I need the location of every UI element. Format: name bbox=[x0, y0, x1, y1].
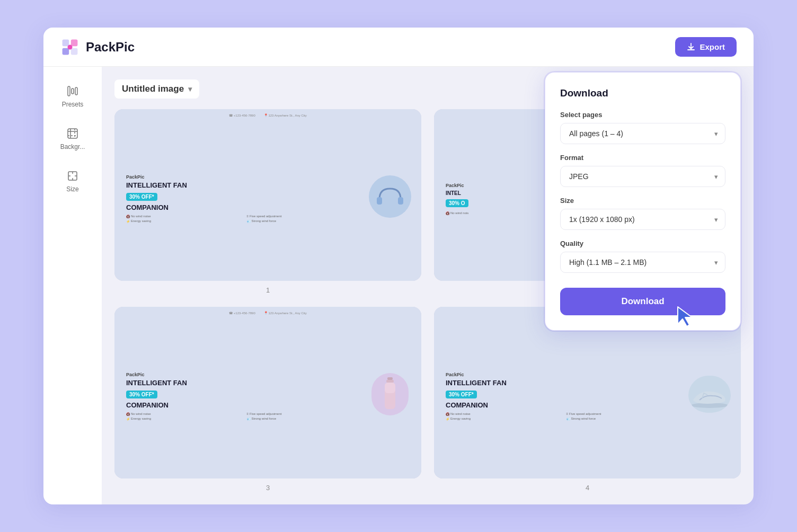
sidebar: Presets Backgr... bbox=[43, 67, 102, 504]
quality-label: Quality bbox=[560, 240, 725, 247]
svg-rect-1 bbox=[71, 39, 78, 46]
download-button[interactable]: Download bbox=[560, 288, 725, 315]
svg-rect-7 bbox=[75, 87, 77, 95]
canvas-area: Untitled image ▾ ☎ +123-456-7890 📍 123 A… bbox=[102, 67, 754, 504]
svg-rect-8 bbox=[68, 129, 77, 138]
size-wrapper[interactable]: 1x (1920 x 1080 px) 2x (3840 x 2160 px) … bbox=[560, 209, 725, 230]
size-label: Size bbox=[560, 197, 725, 205]
format-wrapper[interactable]: JPEG PNG PDF SVG ▾ bbox=[560, 166, 725, 187]
app-window: PackPic Export Presets bbox=[43, 28, 754, 504]
logo-icon bbox=[60, 38, 79, 57]
product-image-1 bbox=[366, 175, 414, 218]
svg-marker-25 bbox=[678, 307, 692, 326]
sidebar-item-label: Presets bbox=[62, 101, 84, 108]
product-image-3 bbox=[366, 373, 414, 415]
canvas-page-3[interactable]: ☎ +123-456-7890 📍 123 Anywhere St., Any … bbox=[114, 307, 421, 478]
title-chevron-icon: ▾ bbox=[188, 85, 192, 93]
svg-rect-6 bbox=[72, 88, 74, 94]
select-pages-dropdown[interactable]: All pages (1 – 4) Current page Custom ra… bbox=[560, 123, 725, 144]
page-number-4: 4 bbox=[586, 484, 589, 492]
ad-brand: PackPic bbox=[126, 174, 366, 180]
quality-group: Quality High (1.1 MB – 2.1 MB) Medium (0… bbox=[560, 240, 725, 273]
logo-area: PackPic bbox=[60, 38, 135, 57]
ad-meta-3: ☎ +123-456-7890 📍 123 Anywhere St., Any … bbox=[114, 311, 421, 315]
ad-badge: 30% OFF* bbox=[126, 193, 157, 201]
export-icon bbox=[687, 43, 695, 51]
ad-badge: 30% O bbox=[446, 199, 468, 207]
select-pages-wrapper[interactable]: All pages (1 – 4) Current page Custom ra… bbox=[560, 123, 725, 144]
sidebar-item-size[interactable]: Size bbox=[50, 162, 95, 200]
svg-rect-5 bbox=[68, 86, 70, 96]
download-btn-container: Download bbox=[560, 282, 725, 315]
app-name: PackPic bbox=[86, 40, 135, 55]
ad-badge: 30% OFF* bbox=[126, 391, 157, 398]
ad-brand: PackPic bbox=[446, 372, 686, 377]
ad-features: 🔇No wind noise ≡Five speed adjustment ⚡E… bbox=[126, 215, 366, 223]
ad-brand: PackPic bbox=[126, 372, 366, 377]
canvas-cell-4: ☎ +123-456-7890 📍 123 Anywhere St., Any … bbox=[434, 307, 741, 492]
ad-headline: INTELLIGENT FAN bbox=[126, 379, 366, 387]
canvas-page-1[interactable]: ☎ +123-456-7890 📍 123 Anywhere St., Any … bbox=[114, 109, 421, 281]
background-icon bbox=[66, 127, 79, 140]
header: PackPic Export bbox=[43, 28, 754, 67]
sidebar-item-background[interactable]: Backgr... bbox=[50, 120, 95, 158]
format-group: Format JPEG PNG PDF SVG ▾ bbox=[560, 154, 725, 187]
page-number-3: 3 bbox=[266, 484, 270, 492]
ad-meta-1: ☎ +123-456-7890 📍 123 Anywhere St., Any … bbox=[114, 113, 421, 117]
select-pages-group: Select pages All pages (1 – 4) Current p… bbox=[560, 111, 725, 144]
presets-icon bbox=[66, 85, 79, 97]
format-label: Format bbox=[560, 154, 725, 162]
svg-rect-18 bbox=[377, 197, 382, 205]
format-dropdown[interactable]: JPEG PNG PDF SVG bbox=[560, 166, 725, 187]
svg-point-4 bbox=[68, 45, 73, 49]
ad-headline: INTELLIGENT FAN bbox=[126, 182, 366, 189]
canvas-cell-1: ☎ +123-456-7890 📍 123 Anywhere St., Any … bbox=[114, 109, 421, 294]
ad-companion: COMPANION bbox=[126, 401, 366, 409]
svg-rect-19 bbox=[398, 197, 403, 205]
ad-headline: INTELLIGENT FAN bbox=[446, 379, 686, 387]
svg-rect-23 bbox=[385, 383, 395, 393]
size-group: Size 1x (1920 x 1080 px) 2x (3840 x 2160… bbox=[560, 197, 725, 230]
main-content: Presets Backgr... bbox=[43, 67, 754, 504]
ad-companion: COMPANION bbox=[126, 203, 366, 211]
ad-companion: COMPANION bbox=[446, 401, 686, 409]
quality-wrapper[interactable]: High (1.1 MB – 2.1 MB) Medium (0.5 MB – … bbox=[560, 252, 725, 273]
sneaker-icon bbox=[689, 380, 730, 409]
svg-rect-3 bbox=[71, 48, 78, 55]
download-panel: Download Select pages All pages (1 – 4) … bbox=[545, 72, 741, 331]
svg-rect-0 bbox=[63, 39, 69, 46]
quality-dropdown[interactable]: High (1.1 MB – 2.1 MB) Medium (0.5 MB – … bbox=[560, 252, 725, 273]
mouse-cursor bbox=[675, 304, 696, 330]
ad-badge: 30% OFF* bbox=[446, 391, 477, 398]
sidebar-item-presets[interactable]: Presets bbox=[50, 77, 95, 116]
sidebar-item-label: Size bbox=[66, 185, 78, 193]
size-dropdown[interactable]: 1x (1920 x 1080 px) 2x (3840 x 2160 px) … bbox=[560, 209, 725, 230]
product-image-4 bbox=[686, 376, 733, 413]
page-number-1: 1 bbox=[266, 286, 270, 294]
select-pages-label: Select pages bbox=[560, 111, 725, 119]
canvas-page-4[interactable]: ☎ +123-456-7890 📍 123 Anywhere St., Any … bbox=[434, 307, 741, 478]
headphones-icon bbox=[374, 183, 406, 210]
panel-title: Download bbox=[560, 87, 725, 99]
canvas-title[interactable]: Untitled image ▾ bbox=[114, 79, 199, 99]
ad-features-4: 🔇No wind noise ≡Five speed adjustment ⚡E… bbox=[446, 412, 686, 421]
export-button[interactable]: Export bbox=[675, 37, 737, 57]
ad-features-3: 🔇No wind noise ≡Five speed adjustment ⚡E… bbox=[126, 412, 366, 421]
svg-rect-20 bbox=[387, 377, 393, 380]
size-icon bbox=[66, 170, 79, 182]
perfume-icon bbox=[382, 377, 398, 412]
svg-rect-2 bbox=[63, 48, 69, 55]
sidebar-item-label: Backgr... bbox=[60, 143, 85, 150]
canvas-cell-3: ☎ +123-456-7890 📍 123 Anywhere St., Any … bbox=[114, 307, 421, 492]
svg-rect-21 bbox=[386, 380, 394, 383]
